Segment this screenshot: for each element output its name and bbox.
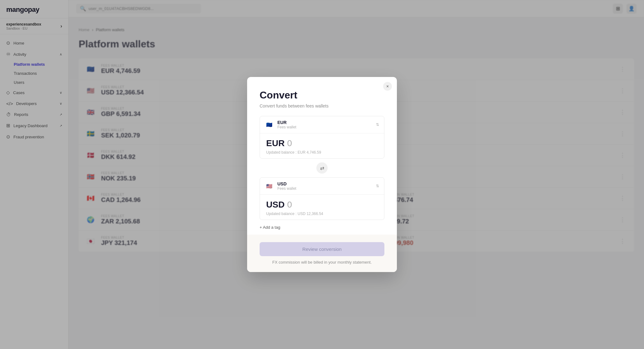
to-updated-balance: Updated balance : USD 12,366.54: [266, 212, 378, 216]
swap-currencies-button[interactable]: ⇄: [316, 162, 328, 174]
from-amount-area: EUR 0 Updated balance : EUR 4,746.59: [260, 133, 384, 158]
to-flag: 🇺🇸: [265, 182, 274, 190]
to-currency-label: USD Fees wallet: [277, 181, 372, 191]
from-currency-card: 🇪🇺 EUR Fees wallet ⇅ EUR 0 Updated balan…: [260, 116, 384, 159]
from-currency-select[interactable]: 🇪🇺 EUR Fees wallet ⇅: [260, 116, 384, 133]
modal-subtitle: Convert funds between fees wallets: [260, 103, 384, 108]
fx-note: FX commission will be billed in your mon…: [260, 260, 384, 265]
to-chevron-icon: ⇅: [376, 184, 379, 188]
from-amount-value: 0: [287, 138, 292, 148]
to-amount-area: USD 0 Updated balance : USD 12,366.54: [260, 195, 384, 220]
modal-footer: Review conversion FX commission will be …: [247, 235, 397, 272]
convert-modal: × Convert Convert funds between fees wal…: [247, 77, 397, 272]
to-amount-value: 0: [287, 200, 292, 210]
from-amount-currency: EUR: [266, 138, 285, 148]
to-amount-display: USD 0: [266, 200, 378, 210]
add-tag-button[interactable]: + Add a tag: [260, 225, 384, 230]
from-chevron-icon: ⇅: [376, 122, 379, 127]
from-currency-label: EUR Fees wallet: [277, 120, 372, 129]
modal-close-button[interactable]: ×: [383, 82, 392, 91]
swap-btn-wrapper: ⇄: [260, 162, 384, 174]
from-amount-display: EUR 0: [266, 138, 378, 148]
to-currency-select[interactable]: 🇺🇸 USD Fees wallet ⇅: [260, 178, 384, 195]
from-updated-balance: Updated balance : EUR 4,746.59: [266, 150, 378, 155]
to-amount-currency: USD: [266, 200, 285, 210]
modal-overlay[interactable]: × Convert Convert funds between fees wal…: [0, 0, 644, 349]
modal-title: Convert: [260, 89, 384, 101]
to-currency-card: 🇺🇸 USD Fees wallet ⇅ USD 0 Updated balan…: [260, 177, 384, 220]
review-conversion-button[interactable]: Review conversion: [260, 242, 384, 256]
from-flag: 🇪🇺: [265, 120, 274, 129]
